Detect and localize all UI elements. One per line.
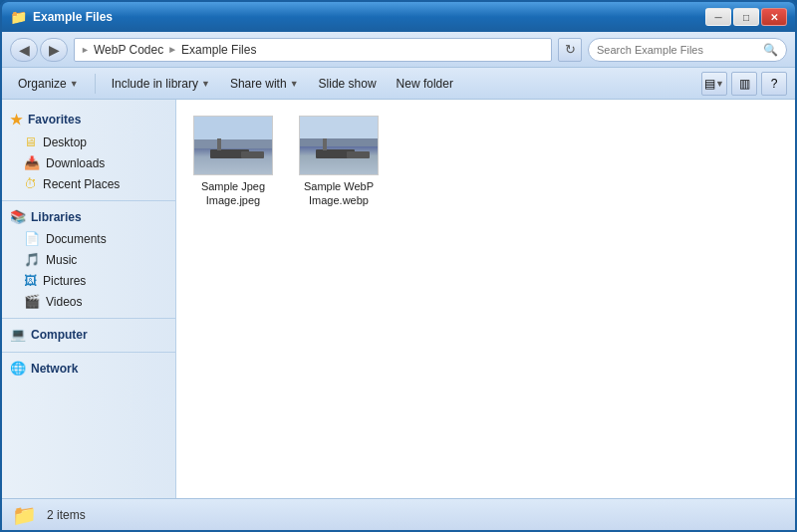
title-bar-folder-icon: 📁 <box>10 9 27 25</box>
computer-section: 💻 Computer <box>2 323 175 346</box>
file-thumbnail-jpeg <box>193 116 273 175</box>
include-library-label: Include in library <box>112 77 198 91</box>
nav-buttons: ◀ ▶ <box>10 38 68 62</box>
thumb-webp-ship-2 <box>347 151 370 158</box>
view-chevron: ▼ <box>715 79 724 89</box>
address-bar: ◀ ▶ ► WebP Codec ► Example Files ↻ 🔍 <box>2 32 795 68</box>
organize-chevron: ▼ <box>70 79 79 89</box>
libraries-icon: 📚 <box>10 209 26 224</box>
sidebar-divider-2 <box>2 318 175 319</box>
sidebar-item-videos[interactable]: 🎬 Videos <box>2 291 175 312</box>
sidebar-divider-3 <box>2 352 175 353</box>
toolbar-right: ▤ ▼ ▥ ? <box>701 72 787 96</box>
desktop-folder-icon: 🖥 <box>24 134 37 149</box>
minimize-button[interactable]: ─ <box>705 8 731 26</box>
organize-label: Organize <box>18 77 67 91</box>
back-button[interactable]: ◀ <box>10 38 38 62</box>
window-controls: ─ □ ✕ <box>705 8 787 26</box>
status-item-count: 2 items <box>47 508 86 522</box>
network-icon: 🌐 <box>10 361 26 376</box>
refresh-button[interactable]: ↻ <box>558 38 582 62</box>
toolbar: Organize ▼ Include in library ▼ Share wi… <box>2 68 795 100</box>
breadcrumb-separator: ► <box>81 45 90 55</box>
new-folder-button[interactable]: New folder <box>389 72 461 96</box>
computer-icon: 💻 <box>10 327 26 342</box>
libraries-label: Libraries <box>31 210 82 224</box>
favorites-header[interactable]: ★ Favorites <box>2 108 175 132</box>
file-name-webp: Sample WebPImage.webp <box>304 179 374 208</box>
thumb-ship-2 <box>241 151 264 158</box>
title-bar-title: Example Files <box>33 10 113 24</box>
help-icon: ? <box>771 77 778 91</box>
favorites-star-icon: ★ <box>10 112 23 128</box>
view-icon: ▤ <box>704 77 715 91</box>
new-folder-label: New folder <box>397 77 453 91</box>
libraries-header[interactable]: 📚 Libraries <box>2 205 175 228</box>
sidebar-item-downloads-label: Downloads <box>46 156 105 170</box>
thumb-jpeg-image <box>194 117 272 174</box>
sidebar-item-downloads[interactable]: 📥 Downloads <box>2 152 175 173</box>
network-label: Network <box>31 362 78 376</box>
libraries-section: 📚 Libraries 📄 Documents 🎵 Music 🖼 Pictur… <box>2 205 175 312</box>
status-folder-icon: 📁 <box>12 503 37 527</box>
sidebar-item-documents[interactable]: 📄 Documents <box>2 228 175 249</box>
include-library-chevron: ▼ <box>201 79 210 89</box>
music-icon: 🎵 <box>24 252 40 267</box>
sidebar-item-music[interactable]: 🎵 Music <box>2 249 175 270</box>
share-with-button[interactable]: Share with ▼ <box>222 72 307 96</box>
file-item-jpeg[interactable]: Sample JpegImage.jpeg <box>188 112 278 212</box>
sidebar: ★ Favorites 🖥 Desktop 📥 Downloads ⏱ Rece… <box>2 100 176 498</box>
share-with-label: Share with <box>230 77 287 91</box>
favorites-section: ★ Favorites 🖥 Desktop 📥 Downloads ⏱ Rece… <box>2 108 175 194</box>
sidebar-item-desktop-label: Desktop <box>43 135 87 149</box>
share-with-chevron: ▼ <box>290 79 299 89</box>
search-icon: 🔍 <box>763 43 778 57</box>
computer-header[interactable]: 💻 Computer <box>2 323 175 346</box>
view-button[interactable]: ▤ ▼ <box>701 72 727 96</box>
thumb-crane <box>217 138 221 150</box>
slide-show-button[interactable]: Slide show <box>311 72 385 96</box>
videos-icon: 🎬 <box>24 294 40 309</box>
sidebar-item-desktop[interactable]: 🖥 Desktop <box>2 132 175 152</box>
search-input[interactable] <box>597 44 759 56</box>
sidebar-item-pictures-label: Pictures <box>43 274 86 288</box>
sidebar-item-recent-places[interactable]: ⏱ Recent Places <box>2 173 175 194</box>
forward-button[interactable]: ▶ <box>40 38 68 62</box>
sidebar-item-videos-label: Videos <box>46 295 82 309</box>
pane-button[interactable]: ▥ <box>731 72 757 96</box>
help-button[interactable]: ? <box>761 72 787 96</box>
file-name-jpeg: Sample JpegImage.jpeg <box>201 179 265 208</box>
computer-label: Computer <box>31 328 88 342</box>
breadcrumb-arrow: ► <box>167 44 177 55</box>
breadcrumb-item-examplefiles[interactable]: Example Files <box>181 43 256 57</box>
close-button[interactable]: ✕ <box>761 8 787 26</box>
documents-icon: 📄 <box>24 231 40 246</box>
sidebar-divider-1 <box>2 200 175 201</box>
sidebar-item-recent-label: Recent Places <box>43 177 120 191</box>
sidebar-item-documents-label: Documents <box>46 232 107 246</box>
search-bar[interactable]: 🔍 <box>588 38 787 62</box>
thumb-webp-crane <box>323 138 327 150</box>
file-item-webp[interactable]: Sample WebPImage.webp <box>294 112 384 212</box>
downloads-folder-icon: 📥 <box>24 155 40 170</box>
maximize-button[interactable]: □ <box>733 8 759 26</box>
file-area: Sample JpegImage.jpeg Sample WebPImage.w… <box>176 100 795 498</box>
main-content: ★ Favorites 🖥 Desktop 📥 Downloads ⏱ Rece… <box>2 100 795 498</box>
file-thumbnail-webp <box>299 116 379 175</box>
status-bar: 📁 2 items <box>2 498 795 530</box>
network-header[interactable]: 🌐 Network <box>2 357 175 380</box>
recent-folder-icon: ⏱ <box>24 176 37 191</box>
pictures-icon: 🖼 <box>24 273 37 288</box>
pane-icon: ▥ <box>739 77 750 91</box>
network-section: 🌐 Network <box>2 357 175 380</box>
toolbar-separator-1 <box>95 74 96 94</box>
include-library-button[interactable]: Include in library ▼ <box>104 72 218 96</box>
breadcrumb[interactable]: ► WebP Codec ► Example Files <box>74 38 552 62</box>
organize-button[interactable]: Organize ▼ <box>10 72 87 96</box>
slide-show-label: Slide show <box>319 77 377 91</box>
favorites-label: Favorites <box>28 113 81 127</box>
sidebar-item-music-label: Music <box>46 253 77 267</box>
sidebar-item-pictures[interactable]: 🖼 Pictures <box>2 270 175 291</box>
breadcrumb-item-webpcodec[interactable]: WebP Codec <box>94 43 163 57</box>
title-bar: 📁 Example Files ─ □ ✕ <box>2 2 795 32</box>
